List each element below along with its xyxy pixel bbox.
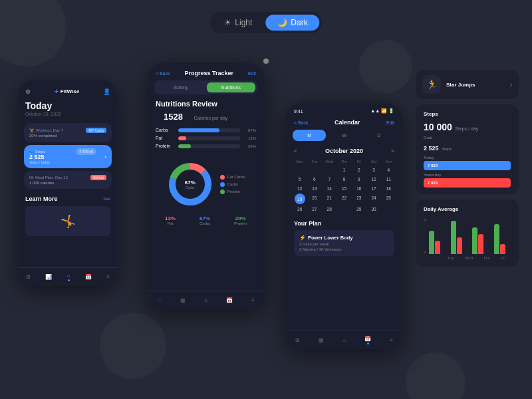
cal-day-19-today[interactable]: 19 bbox=[295, 194, 305, 204]
cal-day-5[interactable]: 5 bbox=[293, 175, 307, 184]
p2-nav-4[interactable]: ≡ bbox=[251, 297, 255, 303]
p2-edit-button[interactable]: Edit bbox=[248, 71, 256, 76]
workout-icon: 🏋 bbox=[29, 128, 34, 133]
cal-day-28[interactable]: 28 bbox=[323, 205, 336, 213]
today-title: Today bbox=[19, 98, 117, 111]
p2-tab-nutrition[interactable]: Nutritions bbox=[207, 82, 256, 92]
bar-group-fri bbox=[494, 224, 505, 254]
p2-back-button[interactable]: < Back bbox=[156, 71, 170, 76]
cal-day-10[interactable]: 10 bbox=[366, 175, 380, 184]
cal-day-25[interactable]: 25 bbox=[382, 194, 396, 204]
phone3-bottom-nav: ⊞ ▦ ⌂ 📅 ≡ bbox=[286, 331, 402, 349]
p3-nav-calendar[interactable]: 📅 bbox=[364, 336, 371, 344]
cal-day-29[interactable]: 29 bbox=[352, 205, 366, 213]
cal-day-13[interactable]: 13 bbox=[307, 184, 321, 193]
p2-nutrition-bars: Carbs 67% Fat 13% Protein 20% bbox=[148, 124, 264, 156]
cal-day-18[interactable]: 18 bbox=[382, 184, 396, 193]
p3-plan-card[interactable]: ⚡ Power Lower Body 3 Days per week 3 Mon… bbox=[294, 230, 394, 256]
protein-metric: 20% Protein bbox=[234, 215, 247, 225]
cal-day-9[interactable]: 9 bbox=[352, 175, 366, 184]
cal-day-21[interactable]: 21 bbox=[323, 194, 336, 204]
dark-label: Dark bbox=[291, 18, 307, 27]
p3-edit-button[interactable]: Edit bbox=[386, 120, 394, 125]
protein-metric-val: 20% bbox=[234, 215, 247, 221]
p3-prev-month-button[interactable]: < bbox=[294, 148, 297, 154]
cal-day-3[interactable]: 3 bbox=[366, 166, 380, 174]
p3-nav-2[interactable]: ▦ bbox=[319, 337, 324, 343]
meal-card[interactable]: 🍽 Meal Plan, Day 12 Still left 1 009 cal… bbox=[24, 171, 112, 189]
bar-thu-red bbox=[478, 234, 483, 254]
phone-calendar: 9:41 ▲▲ 📶 🔋 < Back Calendar Edit M W D <… bbox=[286, 103, 402, 349]
cal-day-end-empty bbox=[382, 205, 396, 213]
p3-back-button[interactable]: < Back bbox=[294, 120, 309, 125]
cal-day-17[interactable]: 17 bbox=[366, 184, 380, 193]
cal-day-23[interactable]: 23 bbox=[352, 194, 366, 204]
p2-nav-3[interactable]: 📅 bbox=[226, 297, 233, 303]
nav-menu[interactable]: ≡ bbox=[106, 274, 110, 280]
status-time: 9:41 bbox=[294, 109, 303, 114]
carbs-legend-dot bbox=[220, 182, 225, 187]
cal-day-7[interactable]: 7 bbox=[323, 175, 336, 184]
protein-metric-label: Protein bbox=[234, 221, 247, 225]
p3-next-month-button[interactable]: > bbox=[391, 148, 394, 154]
cal-day-8[interactable]: 8 bbox=[337, 175, 351, 184]
gear-icon[interactable]: ⚙ bbox=[25, 88, 31, 95]
nav-activities[interactable]: ⊞ bbox=[26, 274, 31, 280]
p3-nav-home[interactable]: ⌂ bbox=[342, 337, 346, 343]
p2-nav-2[interactable]: ▦ bbox=[180, 297, 186, 303]
carbs-metric: 67% Carbs bbox=[200, 215, 210, 225]
donut-label: Carbs bbox=[185, 186, 196, 190]
cal-day-11[interactable]: 11 bbox=[382, 175, 396, 184]
p3-tab-week[interactable]: W bbox=[327, 130, 360, 141]
dark-mode-button[interactable]: 🌙 Dark bbox=[265, 15, 319, 31]
p2-nav-1[interactable]: ♡ bbox=[157, 297, 162, 303]
steps-arrow-icon[interactable]: › bbox=[104, 154, 106, 160]
steps-card[interactable]: 👟 Steps 2 525 steps / today 7,475 left › bbox=[24, 145, 112, 168]
carbs-bar-row: Carbs 67% bbox=[156, 128, 256, 132]
person-icon[interactable]: 👤 bbox=[103, 88, 110, 95]
light-mode-button[interactable]: ☀ Light bbox=[212, 15, 264, 31]
protein-label: Protein bbox=[156, 144, 176, 148]
cal-day-20[interactable]: 20 bbox=[307, 194, 321, 204]
fat-track bbox=[178, 136, 240, 140]
cal-day-30[interactable]: 30 bbox=[366, 205, 380, 213]
cal-day-15[interactable]: 15 bbox=[337, 184, 351, 193]
protein-fill bbox=[178, 144, 191, 148]
fat-fill bbox=[178, 136, 186, 140]
p3-nav-menu[interactable]: ≡ bbox=[390, 337, 393, 343]
p3-nav-1[interactable]: ⊞ bbox=[295, 337, 300, 343]
fat-legend-dot bbox=[220, 175, 225, 180]
nav-tracker[interactable]: 📊 bbox=[45, 274, 52, 280]
learn-more-link[interactable]: See bbox=[103, 197, 110, 201]
fat-legend-text: Fat Carbs bbox=[227, 175, 245, 179]
steps-stats-card: Steps 10 000 Steps / day Goal 2 525 Step… bbox=[416, 104, 519, 194]
p2-tab-activity[interactable]: Activity bbox=[156, 82, 205, 92]
cal-day-24[interactable]: 24 bbox=[366, 194, 380, 204]
steps-today-value: 7 829 bbox=[428, 164, 438, 168]
cal-day-1[interactable]: 1 bbox=[337, 166, 351, 174]
cal-day-19-wrapper[interactable]: 19 bbox=[293, 194, 307, 204]
star-jumps-card[interactable]: 🏃 Star Jumps › bbox=[416, 70, 519, 99]
bar-fri-red bbox=[500, 244, 505, 254]
cal-day-2[interactable]: 2 bbox=[352, 166, 366, 174]
bar-tue-red bbox=[435, 241, 440, 254]
workout-card[interactable]: 🏋 Workout, Day 7 487 Carbs 20% completed bbox=[24, 123, 112, 142]
cal-day-16[interactable]: 16 bbox=[352, 184, 366, 193]
p3-tab-day[interactable]: D bbox=[362, 130, 396, 141]
cal-day-26[interactable]: 26 bbox=[293, 205, 307, 213]
nav-calendar[interactable]: 📅 bbox=[85, 274, 92, 280]
meal-calories: 1 009 calories bbox=[29, 181, 106, 185]
cal-day-6[interactable]: 6 bbox=[307, 175, 321, 184]
nav-home[interactable]: ⌂ bbox=[67, 273, 70, 281]
cal-day-4[interactable]: 4 bbox=[382, 166, 396, 174]
cal-day-27[interactable]: 27 bbox=[307, 205, 321, 213]
daily-avg-title: Daily Average bbox=[424, 206, 511, 212]
cal-day-12[interactable]: 12 bbox=[293, 184, 307, 193]
p3-tab-month[interactable]: M bbox=[293, 130, 326, 141]
scroll-indicator bbox=[263, 59, 269, 64]
p2-legend: Fat Carbs Carbs Protein bbox=[220, 175, 245, 194]
p2-nav-home[interactable]: ⌂ bbox=[204, 297, 207, 303]
day-header-sun: Sun bbox=[382, 158, 396, 165]
cal-day-22[interactable]: 22 bbox=[337, 194, 351, 204]
cal-day-14[interactable]: 14 bbox=[323, 184, 336, 193]
